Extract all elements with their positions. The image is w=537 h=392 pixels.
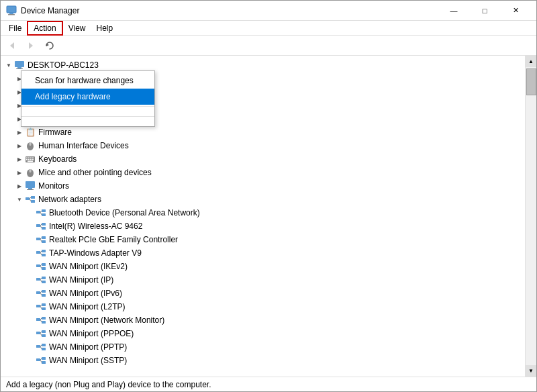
device-manager-window: Device Manager — □ ✕ File Action View He… xyxy=(0,0,537,392)
dropdown-separator-1 xyxy=(21,106,154,107)
toolbar xyxy=(1,36,536,56)
action-dropdown-menu: Scan for hardware changes Add legacy har… xyxy=(21,70,155,127)
dropdown-overlay[interactable]: Scan for hardware changes Add legacy har… xyxy=(1,56,536,377)
menu-bar: File Action View Help xyxy=(1,21,536,36)
svg-rect-2 xyxy=(8,14,15,15)
back-button[interactable] xyxy=(3,38,21,54)
svg-marker-3 xyxy=(10,42,14,49)
svg-rect-1 xyxy=(9,13,13,14)
dropdown-separator-2 xyxy=(21,116,154,117)
close-button[interactable]: ✕ xyxy=(500,1,531,21)
status-bar: Add a legacy (non Plug and Play) device … xyxy=(1,377,536,391)
app-icon xyxy=(6,5,17,16)
menu-action[interactable]: Action xyxy=(27,21,62,36)
refresh-button[interactable] xyxy=(41,38,58,54)
menu-file[interactable]: File xyxy=(3,21,27,36)
menu-view[interactable]: View xyxy=(63,21,91,36)
add-legacy-hardware-item[interactable]: Add legacy hardware xyxy=(21,89,154,105)
content-area: Scan for hardware changes Add legacy har… xyxy=(1,56,536,377)
devices-printers-item[interactable] xyxy=(21,108,154,115)
help-item[interactable] xyxy=(21,118,154,125)
svg-marker-4 xyxy=(29,42,33,49)
title-bar-left: Device Manager xyxy=(6,5,79,16)
maximize-button[interactable]: □ xyxy=(469,1,500,21)
window-title: Device Manager xyxy=(21,6,79,15)
title-controls: — □ ✕ xyxy=(438,1,531,21)
menu-help[interactable]: Help xyxy=(91,21,119,36)
minimize-button[interactable]: — xyxy=(438,1,469,21)
svg-rect-0 xyxy=(7,6,16,13)
status-text: Add a legacy (non Plug and Play) device … xyxy=(6,380,211,389)
scan-hardware-item[interactable]: Scan for hardware changes xyxy=(21,72,154,89)
svg-marker-5 xyxy=(46,44,49,46)
title-bar: Device Manager — □ ✕ xyxy=(1,1,536,21)
forward-button[interactable] xyxy=(22,38,40,54)
